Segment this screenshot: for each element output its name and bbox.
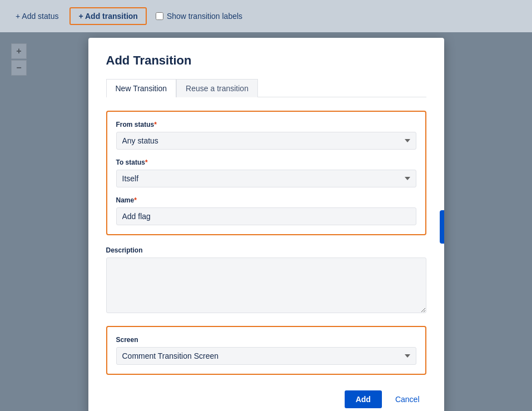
tabs-container: New Transition Reuse a transition — [106, 79, 426, 97]
screen-select[interactable]: Comment Transition Screen None Create Is… — [116, 347, 416, 365]
screen-group: Screen Comment Transition Screen None Cr… — [116, 336, 416, 365]
tab-reuse-transition[interactable]: Reuse a transition — [176, 79, 258, 97]
to-status-select[interactable]: Itself Open In Progress Done Closed — [116, 170, 416, 187]
from-status-required: * — [154, 121, 157, 128]
from-status-label: From status* — [116, 121, 416, 128]
screen-section: Screen Comment Transition Screen None Cr… — [106, 326, 426, 375]
show-labels-text: Show transition labels — [167, 12, 242, 21]
add-status-label: + Add status — [16, 12, 58, 21]
name-label: Name* — [116, 196, 416, 204]
to-status-label: To status* — [116, 159, 416, 166]
description-section: Description — [106, 246, 426, 315]
description-label: Description — [106, 246, 426, 254]
name-input[interactable] — [116, 207, 416, 225]
canvas-area: + − Add Transition New Transition Reuse … — [0, 32, 532, 411]
cancel-button[interactable]: Cancel — [389, 390, 426, 408]
add-status-button[interactable]: + Add status — [9, 8, 65, 24]
toolbar: + Add status + Add transition Show trans… — [0, 0, 532, 32]
from-status-group: From status* Any status Open In Progress… — [116, 121, 416, 150]
tab-new-transition[interactable]: New Transition — [106, 79, 177, 97]
description-group: Description — [106, 246, 426, 315]
description-textarea[interactable] — [106, 258, 426, 313]
right-accent-bar — [440, 210, 444, 244]
add-button[interactable]: Add — [345, 390, 382, 408]
name-required: * — [134, 196, 137, 204]
add-transition-button[interactable]: + Add transition — [69, 7, 146, 25]
screen-label: Screen — [116, 336, 416, 344]
add-transition-label: + Add transition — [78, 12, 137, 21]
modal-actions: Add Cancel — [106, 390, 426, 408]
modal-backdrop: Add Transition New Transition Reuse a tr… — [0, 32, 532, 411]
modal-title: Add Transition — [106, 53, 426, 68]
to-status-group: To status* Itself Open In Progress Done … — [116, 159, 416, 187]
required-fields-section: From status* Any status Open In Progress… — [106, 111, 426, 235]
to-status-required: * — [145, 159, 148, 166]
show-labels-checkbox[interactable] — [156, 12, 163, 20]
name-group: Name* — [116, 196, 416, 225]
show-labels-container: Show transition labels — [156, 12, 242, 21]
from-status-select[interactable]: Any status Open In Progress Done Closed — [116, 132, 416, 150]
modal-dialog: Add Transition New Transition Reuse a tr… — [88, 38, 444, 411]
